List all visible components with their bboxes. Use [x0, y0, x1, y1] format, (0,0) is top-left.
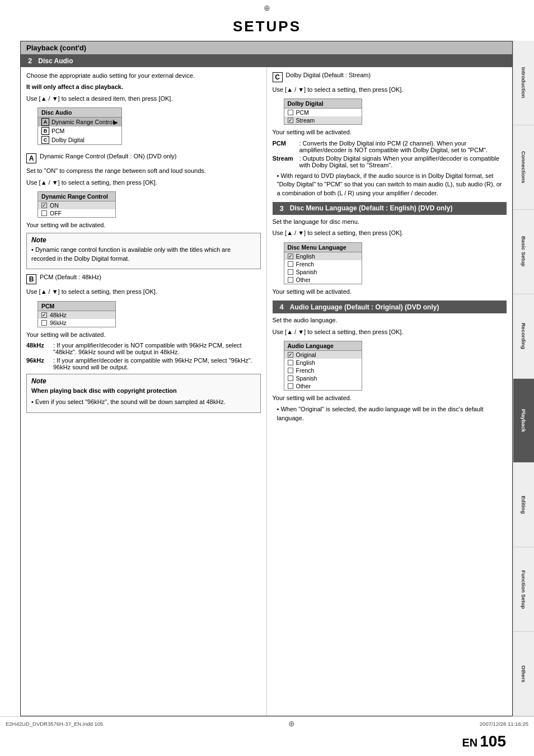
sub-section-b: B PCM (Default : 48kHz) [26, 274, 261, 284]
section4-instruction: Use [▲ / ▼] to select a setting, then pr… [273, 328, 507, 336]
right-sidebar: Introduction Connections Basic Setup Rec… [513, 41, 534, 716]
sectionC-instruction: Use [▲ / ▼] to select a setting, then pr… [273, 86, 507, 94]
desc-96khz-text: : If your amplifier/decoder is compatibl… [53, 357, 261, 370]
subA-instruction: Use [▲ / ▼] to select a setting, then pr… [26, 179, 261, 187]
audio-lang-original: Original [284, 351, 362, 359]
note-b-title: Note [31, 377, 256, 385]
crosshair-bottom: ⊕ [288, 719, 295, 728]
section3-title: Disc Menu Language (Default : English) (… [290, 204, 453, 212]
content-wrapper: Playback (cont'd) 2 Disc Audio Choose th… [20, 41, 513, 716]
sidebar-tab-recording[interactable]: Recording [513, 294, 534, 379]
page-title: SETUPS [233, 18, 301, 35]
section2-number: 2 [25, 56, 35, 65]
pcm-menu-title: PCM [38, 302, 115, 311]
sidebar-tab-connections[interactable]: Connections [513, 125, 534, 210]
disc-audio-title: Disc Audio [38, 108, 121, 118]
audio-lang-other-label: Other [296, 383, 311, 389]
sidebar-tab-introduction[interactable]: Introduction [513, 41, 534, 125]
disc-letter-a: A [41, 118, 49, 126]
sidebar-tab-editing[interactable]: Editing [513, 463, 534, 547]
section3-number: 3 [277, 204, 287, 213]
disc-lang-french-label: French [296, 261, 315, 267]
audio-lang-english-label: English [296, 359, 315, 366]
desc-pcm-text: : Converts the Dolby Digital into PCM (2… [299, 140, 507, 153]
two-col-layout: Choose the appropriate audio setting for… [21, 67, 512, 716]
pcm-96-label: 96kHz [50, 320, 67, 326]
pcm-item-48: 48kHz [38, 311, 115, 319]
disc-lang-english: English [284, 252, 362, 260]
audio-lang-french-label: French [296, 367, 315, 374]
audio-lang-original-label: Original [296, 351, 316, 358]
left-column: Choose the appropriate audio setting for… [21, 67, 267, 716]
section2-note1: It will only affect a disc playback. [26, 83, 261, 91]
subA-activated: Your setting will be activated. [26, 221, 261, 229]
audio-lang-other-cb [288, 383, 293, 389]
section2-instruction: Use [▲ / ▼] to select a desired item, th… [26, 95, 261, 103]
sub-section-c: C Dolby Digital (Default : Stream) [273, 72, 507, 82]
desc-pcm: PCM : Converts the Dolby Digital into PC… [273, 140, 507, 153]
drc-menu-title: Dynamic Range Control [38, 192, 115, 201]
subB-instruction: Use [▲ / ▼] to select a setting, then pr… [26, 288, 261, 296]
desc-pcm-label: PCM [273, 140, 299, 153]
disc-lang-other-cb [288, 277, 293, 283]
disc-lang-english-cb [288, 253, 293, 259]
dolby-item-pcm: PCM [284, 109, 362, 116]
crosshair-symbol: ⊕ [264, 3, 270, 12]
audio-lang-title: Audio Language [284, 341, 362, 351]
disc-lang-french-cb [288, 261, 293, 267]
disc-item-c: Dolby Digital [51, 137, 85, 143]
sub-section-a: A Dynamic Range Control (Default : ON) (… [26, 153, 261, 163]
disc-letter-b: B [41, 127, 49, 135]
disc-lang-spanish-label: Spanish [296, 269, 317, 275]
audio-lang-spanish-label: Spanish [296, 375, 317, 382]
audio-lang-english-cb [288, 360, 293, 365]
pcm-48-checkbox [41, 312, 47, 318]
sidebar-tab-others[interactable]: Others [513, 632, 534, 716]
page-number: 105 [480, 732, 506, 750]
drc-on-checkbox [41, 203, 47, 208]
page: ⊕ SETUPS Playback (cont'd) 2 Disc Audio … [0, 0, 534, 756]
playback-header: Playback (cont'd) [21, 41, 512, 54]
desc-96khz-label: 96kHz [26, 357, 53, 370]
disc-lang-menu: Disc Menu Language English French Spanis… [284, 242, 362, 284]
dolby-menu-title: Dolby Digital [284, 99, 362, 109]
sectionC-label: Dolby Digital (Default : Stream) [286, 72, 371, 78]
sidebar-tab-function-setup[interactable]: Function Setup [513, 547, 534, 632]
disc-lang-spanish-cb [288, 269, 293, 275]
note-b-text: • Even if you select "96kHz", the sound … [31, 398, 256, 406]
note-b-bold: When playing back disc with copyright pr… [31, 387, 256, 395]
pcm-menu: PCM 48kHz 96kHz [38, 301, 116, 327]
disc-item-b: PCM [51, 128, 64, 134]
desc-48khz-text: : If your amplifier/decoder is NOT compa… [53, 342, 261, 355]
section4-intro: Set the audio language. [273, 316, 507, 325]
subA-label: Dynamic Range Control (Default : ON) (DV… [40, 153, 177, 159]
section4-number: 4 [277, 302, 287, 312]
section4-header: 4 Audio Language (Default : Original) (D… [273, 300, 507, 313]
section2-header: 2 Disc Audio [21, 54, 512, 67]
section3-intro: Set the language for disc menu. [273, 218, 507, 226]
sidebar-tab-basic-setup[interactable]: Basic Setup [513, 210, 534, 294]
section4-title: Audio Language (Default : Original) (DVD… [290, 303, 439, 311]
section3-instruction: Use [▲ / ▼] to select a setting, then pr… [273, 229, 507, 237]
badge-b: B [26, 274, 36, 284]
note-a-title: Note [31, 236, 256, 244]
dolby-item-stream: Stream [284, 116, 362, 124]
dolby-pcm-checkbox [288, 110, 293, 115]
section2-title: Disc Audio [38, 57, 73, 65]
note-b: Note When playing back disc with copyrig… [26, 374, 261, 413]
sidebar-tab-playback[interactable]: Playback [513, 379, 534, 463]
note-a: Note • Dynamic range control function is… [26, 233, 261, 269]
disc-item-a: Dynamic Range Control [51, 119, 114, 125]
section3-activated: Your setting will be activated. [273, 288, 507, 296]
audio-lang-spanish-cb [288, 375, 293, 381]
disc-lang-title: Disc Menu Language [284, 243, 362, 252]
drc-item-on: ON [38, 201, 115, 209]
audio-lang-menu: Audio Language Original English French [284, 341, 362, 391]
badge-c: C [273, 72, 283, 82]
page-number-area: EN 105 [0, 730, 534, 756]
disc-lang-other-label: Other [296, 276, 311, 283]
disc-lang-spanish: Spanish [284, 268, 362, 276]
sectionC-activated: Your setting will be activated. [273, 128, 507, 137]
crosshair-top: ⊕ [0, 0, 534, 13]
section4-bullet: • When "Original" is selected, the audio… [277, 405, 507, 422]
